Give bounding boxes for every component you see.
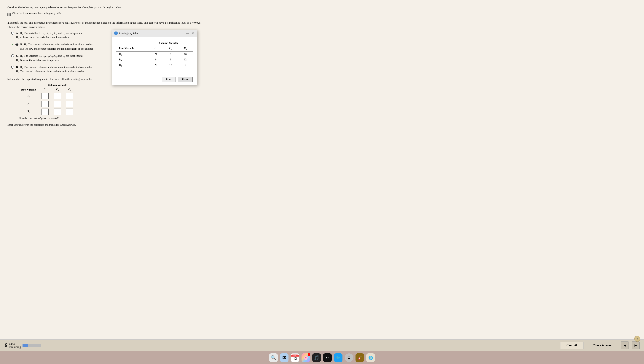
main-content: Consider the following contingency table… bbox=[0, 0, 644, 349]
input-r2-c2[interactable] bbox=[54, 101, 61, 107]
popup-minimize-button[interactable]: — bbox=[185, 32, 189, 35]
dock-item-calendar[interactable]: MAY 12 bbox=[290, 353, 300, 362]
popup-title: Contingency table bbox=[119, 32, 183, 35]
next-button[interactable]: ▶ bbox=[632, 342, 639, 349]
popup-close-button[interactable]: ✕ bbox=[191, 32, 195, 35]
popup-col-c2: C2 bbox=[163, 46, 178, 51]
option-B[interactable]: ✓ B. H0: The row and column variables ar… bbox=[11, 42, 636, 51]
mac-dock: 🔍 ✉ MAY 12 🌸 2 🎵 TV 🐦 ⚙ 🎸 🌐 bbox=[0, 351, 644, 364]
dock-item-mail[interactable]: ✉ bbox=[279, 353, 289, 362]
popup-r2-c2: 8 bbox=[163, 57, 178, 63]
col-c2-header: C2 bbox=[51, 87, 64, 92]
options-list: A. H0: The variables R1, R2, R3, C1, C2,… bbox=[11, 31, 636, 74]
part-b: b. Calculate the expected frequencies fo… bbox=[8, 77, 636, 120]
check-answer-button[interactable]: Check Answer bbox=[587, 342, 618, 349]
click-icon-row: Click the icon to view the contingency t… bbox=[8, 11, 636, 18]
dock-item-photos[interactable]: 🌸 2 bbox=[301, 353, 311, 362]
checkmark-B: ✓ bbox=[11, 42, 14, 47]
row-var-label: Row Variable bbox=[19, 87, 39, 92]
popup-row-r3: R3 9 17 5 bbox=[116, 62, 193, 68]
radio-D[interactable] bbox=[11, 66, 14, 68]
photos-badge: 2 bbox=[308, 353, 310, 356]
radio-C[interactable] bbox=[11, 54, 14, 57]
done-button[interactable]: Done bbox=[178, 76, 193, 82]
radio-A[interactable] bbox=[11, 32, 14, 34]
option-C[interactable]: C. H0: The variables R1, R2, R3, C1, C2,… bbox=[11, 54, 636, 63]
popup-row-r2: R2 8 8 12 bbox=[116, 57, 193, 63]
dock-item-tv[interactable]: TV bbox=[323, 353, 332, 362]
dock-item-extra2[interactable]: 🌐 bbox=[366, 353, 375, 362]
row-r3-label: R3 bbox=[19, 108, 39, 116]
part-b-text: b. Calculate the expected frequencies fo… bbox=[8, 77, 636, 81]
input-r2-c1[interactable] bbox=[42, 101, 49, 107]
enter-answer-text: Enter your answer in the edit fields and… bbox=[8, 124, 636, 126]
radio-B[interactable] bbox=[16, 43, 19, 46]
popup-r3-c2: 17 bbox=[163, 62, 178, 68]
grid-icon[interactable] bbox=[8, 13, 11, 16]
input-r1-c1[interactable] bbox=[42, 93, 49, 99]
popup-row-var-label: Row Variable bbox=[116, 46, 148, 51]
popup-col-var-header: Column Variable bbox=[148, 40, 193, 46]
col-var-header: Column Variable bbox=[39, 83, 76, 87]
col-c3-header: C3 bbox=[64, 87, 76, 92]
popup-body: Column Variable Row Variable C1 C2 C3 bbox=[112, 37, 197, 75]
popup-r2-label: R2 bbox=[116, 57, 148, 63]
row-r1-label: R1 bbox=[19, 92, 39, 100]
dock-item-twitter[interactable]: 🐦 bbox=[333, 353, 343, 362]
problem-intro: Consider the following contingency table… bbox=[8, 5, 636, 10]
input-r1-c2[interactable] bbox=[54, 93, 61, 99]
parts-remaining: 6 parts remaining bbox=[5, 342, 41, 349]
copy-icon[interactable] bbox=[180, 42, 182, 44]
expected-freq-table: Column Variable Row Variable C1 C2 C3 R1 bbox=[19, 83, 76, 116]
popup-r1-c1: 21 bbox=[148, 51, 163, 57]
input-r1-c3[interactable] bbox=[66, 93, 73, 99]
popup-footer: Print Done bbox=[112, 75, 197, 85]
dock-item-music[interactable]: 🎵 bbox=[312, 353, 321, 362]
popup-r2-c1: 8 bbox=[148, 57, 163, 63]
dock-item-system[interactable]: ⚙ bbox=[344, 353, 354, 362]
bottom-bar: 6 parts remaining Clear All Check Answer… bbox=[0, 340, 644, 351]
input-r3-c1[interactable] bbox=[42, 108, 49, 115]
popup-r1-c3: 16 bbox=[178, 51, 193, 57]
input-r3-c2[interactable] bbox=[54, 108, 61, 115]
part-a-text: a. Identify the null and alternative hyp… bbox=[8, 21, 636, 29]
popup-r3-c3: 5 bbox=[178, 62, 193, 68]
click-icon-text: Click the icon to view the contingency t… bbox=[12, 11, 62, 16]
round-note: (Round to two decimal places as needed.) bbox=[19, 117, 636, 120]
info-icon: i bbox=[114, 32, 118, 35]
contingency-table: Column Variable Row Variable C1 C2 C3 bbox=[116, 40, 193, 68]
popup-r3-label: R3 bbox=[116, 62, 148, 68]
option-D[interactable]: D. H0: The row and column variables are … bbox=[11, 65, 636, 74]
print-button[interactable]: Print bbox=[162, 76, 176, 82]
col-c1-header: C1 bbox=[39, 87, 51, 92]
row-r2-label: R2 bbox=[19, 100, 39, 108]
popup-r1-c2: 6 bbox=[163, 51, 178, 57]
option-D-text: D. H0: The row and column variables are … bbox=[16, 65, 636, 74]
table-row: R1 bbox=[19, 92, 76, 100]
popup-r1-label: R1 bbox=[116, 51, 148, 57]
popup-titlebar: i Contingency table — ✕ bbox=[112, 30, 197, 37]
dock-item-finder[interactable]: 🔍 bbox=[269, 353, 278, 362]
option-C-text: C. H0: The variables R1, R2, R3, C1, C2,… bbox=[16, 54, 636, 63]
option-A[interactable]: A. H0: The variables R1, R2, R3, C1, C2,… bbox=[11, 31, 636, 40]
parts-count: 6 bbox=[5, 342, 8, 349]
dock-item-extra1[interactable]: 🎸 bbox=[355, 353, 365, 362]
input-r2-c3[interactable] bbox=[66, 101, 73, 107]
progress-bar bbox=[23, 344, 41, 347]
clear-all-button[interactable]: Clear All bbox=[560, 342, 584, 349]
popup-r3-c1: 9 bbox=[148, 62, 163, 68]
popup-overlay: i Contingency table — ✕ Column Variable bbox=[112, 30, 197, 85]
progress-bar-fill bbox=[23, 344, 28, 347]
help-button[interactable]: ? bbox=[634, 336, 640, 342]
option-A-text: A. H0: The variables R1, R2, R3, C1, C2,… bbox=[16, 31, 636, 40]
table-row: R2 bbox=[19, 100, 76, 108]
prev-button[interactable]: ◀ bbox=[621, 342, 629, 349]
popup-window: i Contingency table — ✕ Column Variable bbox=[112, 30, 197, 85]
parts-label: parts remaining bbox=[9, 342, 21, 349]
popup-col-c1: C1 bbox=[148, 46, 163, 51]
popup-r2-c3: 12 bbox=[178, 57, 193, 63]
input-r3-c3[interactable] bbox=[66, 108, 73, 115]
popup-controls: — ✕ bbox=[185, 32, 195, 35]
part-b-table-wrap: Column Variable Row Variable C1 C2 C3 R1 bbox=[19, 83, 636, 116]
popup-row-r1: R1 21 6 16 bbox=[116, 51, 193, 57]
